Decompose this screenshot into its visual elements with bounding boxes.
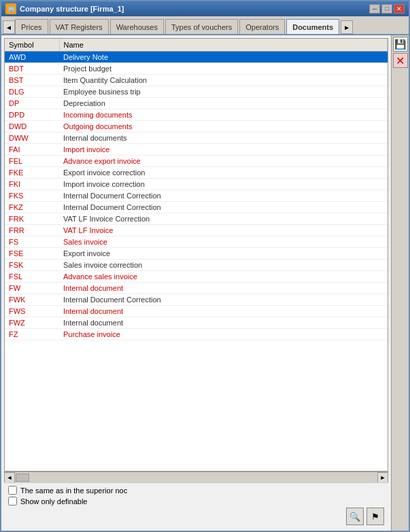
minimize-button[interactable]: ─ (369, 4, 380, 14)
save-button[interactable]: 💾 (393, 37, 408, 52)
table-row[interactable]: FWSInternal document (5, 306, 388, 317)
name-cell: Advance sales invoice (59, 271, 388, 283)
same-as-noc-checkbox[interactable] (8, 486, 17, 495)
table-row[interactable]: FSEExport invoice (5, 248, 388, 260)
table-row[interactable]: FAIImport invoice (5, 144, 388, 156)
table-row[interactable]: FWKInternal Document Correction (5, 294, 388, 306)
table-row[interactable]: FKIImport invoice correction (5, 179, 388, 190)
table-row[interactable]: DPDIncoming documents (5, 109, 388, 121)
scroll-left-button[interactable]: ◄ (4, 472, 15, 483)
symbol-cell: FWK (5, 294, 59, 306)
table-row[interactable]: DWDOutgoing documents (5, 121, 388, 132)
name-column-header: Name (59, 39, 388, 52)
table-row[interactable]: DWWInternal documents (5, 132, 388, 144)
show-only-definable-row: Show only definable (8, 497, 384, 506)
flag-button[interactable]: ⚑ (366, 508, 384, 525)
symbol-cell: FRK (5, 213, 59, 225)
name-cell: Employee business trip (59, 86, 388, 98)
table-header: Symbol Name (5, 39, 388, 52)
main-window: 🏢 Company structure [Firma_1] ─ □ ✕ ◄ Pr… (0, 0, 410, 532)
tab-nav-right[interactable]: ► (341, 20, 353, 34)
title-bar-left: 🏢 Company structure [Firma_1] (5, 3, 124, 14)
name-cell: Internal document (59, 317, 388, 329)
table-row[interactable]: FRKVAT LF Invoice Correction (5, 213, 388, 225)
table-row[interactable]: FSKSales invoice correction (5, 260, 388, 271)
scroll-track[interactable] (15, 473, 377, 482)
tab-documents[interactable]: Documents (286, 19, 339, 34)
name-cell: Sales invoice (59, 236, 388, 248)
table-row[interactable]: FWZInternal document (5, 317, 388, 329)
symbol-cell: FSK (5, 260, 59, 271)
name-cell: Internal document (59, 283, 388, 294)
name-cell: Export invoice correction (59, 167, 388, 179)
table-row[interactable]: FZPurchase invoice (5, 329, 388, 340)
symbol-cell: FEL (5, 156, 59, 167)
delete-button[interactable]: ✕ (393, 53, 408, 68)
horizontal-scrollbar[interactable]: ◄ ► (4, 472, 388, 482)
same-as-noc-label: The same as in the superior noc (20, 486, 127, 495)
tab-warehouses[interactable]: Warehouses (110, 19, 164, 34)
symbol-cell: FSL (5, 271, 59, 283)
symbol-cell: AWD (5, 52, 59, 63)
name-cell: Project budget (59, 63, 388, 75)
search-button[interactable]: 🔍 (346, 508, 364, 525)
name-cell: Internal documents (59, 132, 388, 144)
show-only-definable-label: Show only definable (20, 497, 87, 506)
close-button[interactable]: ✕ (394, 4, 405, 14)
tab-types-of-vouchers[interactable]: Types of vouchers (165, 19, 238, 34)
name-cell: Depreciation (59, 98, 388, 109)
symbol-cell: FW (5, 283, 59, 294)
table-row[interactable]: FSLAdvance sales invoice (5, 271, 388, 283)
name-cell: Sales invoice correction (59, 260, 388, 271)
name-cell: VAT LF Invoice (59, 225, 388, 236)
maximize-button[interactable]: □ (381, 4, 392, 14)
tab-vat-registers[interactable]: VAT Registers (50, 19, 109, 34)
table-row[interactable]: FRRVAT LF Invoice (5, 225, 388, 236)
symbol-cell: FS (5, 236, 59, 248)
symbol-cell: DWW (5, 132, 59, 144)
main-content: Symbol Name AWDDelivery NoteBDTProject b… (1, 35, 391, 531)
scroll-right-button[interactable]: ► (377, 472, 388, 483)
bottom-area: The same as in the superior noc Show onl… (4, 482, 388, 528)
table-row[interactable]: FKEExport invoice correction (5, 167, 388, 179)
table-row[interactable]: BDTProject budget (5, 63, 388, 75)
table-row[interactable]: FELAdvance export invoice (5, 156, 388, 167)
symbol-cell: BST (5, 75, 59, 86)
symbol-cell: FAI (5, 144, 59, 156)
symbol-cell: DPD (5, 109, 59, 121)
table-row[interactable]: FKZInternal Document Correction (5, 202, 388, 213)
name-cell: Delivery Note (59, 52, 388, 63)
name-cell: Incoming documents (59, 109, 388, 121)
symbol-cell: BDT (5, 63, 59, 75)
window-title: Company structure [Firma_1] (20, 5, 124, 13)
show-only-definable-checkbox[interactable] (8, 497, 17, 506)
symbol-cell: DP (5, 98, 59, 109)
tab-operators[interactable]: Operators (239, 19, 285, 34)
symbol-cell: FRR (5, 225, 59, 236)
name-cell: Internal document (59, 306, 388, 317)
title-controls: ─ □ ✕ (369, 4, 405, 14)
table-row[interactable]: FKSInternal Document Correction (5, 190, 388, 202)
tab-nav-left[interactable]: ◄ (3, 20, 15, 34)
table-row[interactable]: FSSales invoice (5, 236, 388, 248)
symbol-cell: DLG (5, 86, 59, 98)
name-cell: Internal Document Correction (59, 294, 388, 306)
table-row[interactable]: AWDDelivery Note (5, 52, 388, 63)
table-row[interactable]: DLGEmployee business trip (5, 86, 388, 98)
name-cell: VAT LF Invoice Correction (59, 213, 388, 225)
symbol-cell: FKE (5, 167, 59, 179)
table-row[interactable]: DPDepreciation (5, 98, 388, 109)
scroll-thumb[interactable] (16, 474, 29, 482)
tab-bar: ◄ Prices VAT Registers Warehouses Types … (1, 16, 409, 35)
name-cell: Export invoice (59, 248, 388, 260)
bottom-buttons: 🔍 ⚑ (8, 508, 384, 525)
name-cell: Advance export invoice (59, 156, 388, 167)
table-row[interactable]: FWInternal document (5, 283, 388, 294)
symbol-cell: FSE (5, 248, 59, 260)
title-bar: 🏢 Company structure [Firma_1] ─ □ ✕ (1, 1, 409, 16)
tab-prices[interactable]: Prices (15, 19, 48, 34)
content-area: Symbol Name AWDDelivery NoteBDTProject b… (1, 35, 409, 531)
symbol-cell: FKI (5, 179, 59, 190)
table-row[interactable]: BSTItem Quantity Calculation (5, 75, 388, 86)
documents-table[interactable]: Symbol Name AWDDelivery NoteBDTProject b… (4, 38, 388, 472)
